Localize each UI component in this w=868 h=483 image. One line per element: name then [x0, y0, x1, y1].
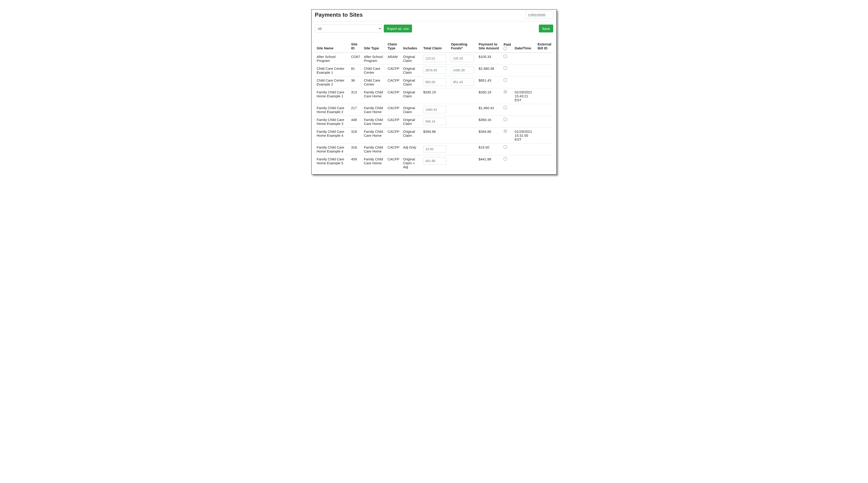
cell-site-name: Family Child Care Home Example 2: [315, 104, 349, 116]
cell-date-time: [513, 77, 536, 88]
th-site-name: Site Name: [315, 41, 349, 53]
cell-operating-funds: [449, 88, 477, 104]
cell-claim-type: CACFP: [386, 116, 401, 128]
cell-site-type: Family Child Care Home: [362, 104, 386, 116]
paid-checkbox[interactable]: [504, 106, 507, 109]
cell-total-claim: $394.86: [421, 128, 449, 143]
cell-site-name: Family Child Care Home Example 1: [315, 88, 349, 104]
cell-includes: Original Claim: [401, 53, 421, 65]
paid-checkbox[interactable]: [504, 145, 507, 148]
save-button[interactable]: Save: [539, 25, 553, 32]
cell-site-type: Family Child Care Home: [362, 128, 386, 143]
paid-checkbox[interactable]: [504, 78, 507, 82]
cell-claim-type: CACFP: [386, 143, 401, 155]
cell-operating-funds: [449, 104, 477, 116]
cell-total-claim: $330.19: [421, 88, 449, 104]
cell-external-bill-id: [536, 116, 553, 128]
cell-site-id: 448: [349, 116, 362, 128]
cell-total-claim: [421, 155, 449, 171]
total-claim-input[interactable]: [423, 55, 446, 62]
cell-site-type: Child Care Center: [362, 65, 386, 77]
th-operating-funds: Operating Funds*: [449, 41, 477, 53]
titlebar: Payments to Sites: [315, 9, 553, 21]
cell-operating-funds: [449, 128, 477, 143]
filter-select[interactable]: All: [315, 25, 382, 32]
cell-site-type: Child Care Center: [362, 77, 386, 88]
th-paid-label: Paid: [504, 42, 511, 46]
cell-date-time: [513, 104, 536, 116]
operating-funds-input[interactable]: [451, 66, 474, 74]
cell-external-bill-id: [536, 143, 553, 155]
total-claim-input[interactable]: [423, 106, 446, 113]
operating-funds-input[interactable]: [451, 55, 474, 62]
cell-claim-type: CACFP: [386, 65, 401, 77]
cell-site-type: Family Child Care Home: [362, 155, 386, 171]
paid-checkbox[interactable]: [504, 118, 507, 121]
cell-claim-type: CACFP: [386, 128, 401, 143]
cell-operating-funds: [449, 77, 477, 88]
payments-panel: Payments to Sites All Export as .csv Sav…: [311, 9, 557, 174]
cell-paid: [502, 88, 513, 104]
payments-table: Site Name Site ID Site Type Claim Type I…: [315, 41, 553, 171]
paid-checkbox[interactable]: [504, 66, 507, 70]
th-external-bill-id: External Bill ID: [536, 41, 553, 53]
cell-paid: [502, 116, 513, 128]
cell-claim-type: CACFP: [386, 104, 401, 116]
cell-site-type: Family Child Care Home: [362, 116, 386, 128]
paid-checkbox[interactable]: [504, 157, 507, 161]
cell-date-time: 01/29/2021 15:31:55 EST: [513, 128, 536, 143]
total-claim-input[interactable]: [423, 157, 446, 165]
paid-checkbox: [504, 90, 507, 93]
cell-payment-amount: $441.88: [477, 155, 502, 171]
cell-payment-amount: $394.86: [477, 128, 502, 143]
cell-site-name: Child Care Center Example 2: [315, 77, 349, 88]
cell-site-type: After School Program: [362, 53, 386, 65]
cell-site-id: 318: [349, 128, 362, 143]
date-input[interactable]: [525, 11, 553, 19]
cell-total-claim: [421, 104, 449, 116]
cell-date-time: [513, 65, 536, 77]
cell-includes: Original Claim: [401, 128, 421, 143]
total-claim-input[interactable]: [423, 145, 446, 153]
cell-site-name: Family Child Care Home Example 4: [315, 128, 349, 143]
cell-site-type: Family Child Care Home: [362, 143, 386, 155]
cell-site-id: 318: [349, 143, 362, 155]
table-row: After School ProgramCO67After School Pro…: [315, 53, 553, 65]
cell-paid: [502, 53, 513, 65]
th-payment-amount: Payment to Site Amount: [477, 41, 502, 53]
toolbar: All Export as .csv Save: [315, 21, 553, 34]
paid-checkbox[interactable]: [504, 55, 507, 58]
th-site-id: Site ID: [349, 41, 362, 53]
cell-payment-amount: $1,460.42: [477, 104, 502, 116]
total-claim-input[interactable]: [423, 66, 446, 74]
th-site-type: Site Type: [362, 41, 386, 53]
cell-total-claim: [421, 53, 449, 65]
cell-operating-funds: [449, 65, 477, 77]
page-title: Payments to Sites: [315, 11, 363, 18]
table-header-row: Site Name Site ID Site Type Claim Type I…: [315, 41, 553, 53]
cell-operating-funds: [449, 155, 477, 171]
cell-paid: [502, 65, 513, 77]
cell-site-id: 313: [349, 88, 362, 104]
cell-includes: Original Claim: [401, 104, 421, 116]
cell-external-bill-id: [536, 104, 553, 116]
th-claim-type: Claim Type: [386, 41, 401, 53]
export-csv-button[interactable]: Export as .csv: [384, 25, 412, 32]
cell-date-time: [513, 143, 536, 155]
operating-funds-input[interactable]: [451, 78, 474, 86]
total-claim-input[interactable]: [423, 78, 446, 86]
cell-paid: [502, 155, 513, 171]
cell-includes: Original Claim: [401, 88, 421, 104]
cell-payment-amount: $330.19: [477, 88, 502, 104]
th-paid: Paid: [502, 41, 513, 53]
paid-select-all-checkbox[interactable]: [504, 47, 507, 50]
th-total-claim: Total Claim: [421, 41, 449, 53]
total-claim-input[interactable]: [423, 118, 446, 125]
cell-date-time: [513, 116, 536, 128]
cell-claim-type: CACFP: [386, 155, 401, 171]
cell-claim-type: ARAM: [386, 53, 401, 65]
cell-external-bill-id: [536, 53, 553, 65]
cell-operating-funds: [449, 143, 477, 155]
cell-site-id: 36: [349, 77, 362, 88]
cell-claim-type: CACFP: [386, 77, 401, 88]
